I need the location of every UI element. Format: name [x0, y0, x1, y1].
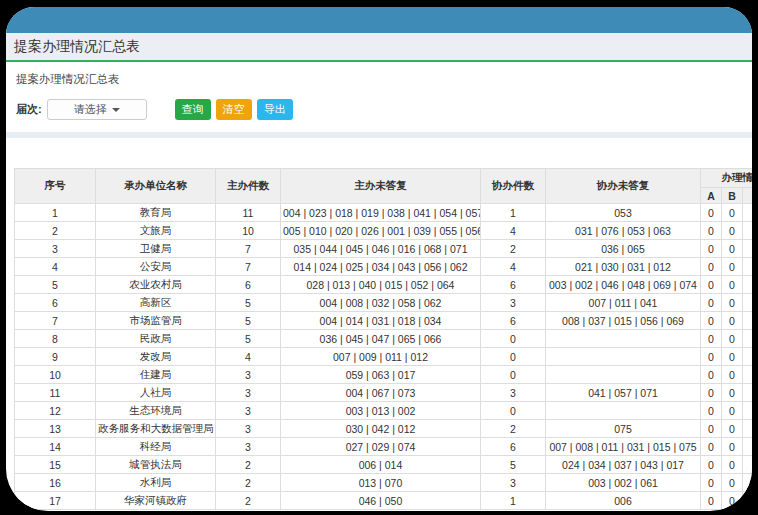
- cell-unit: 城管执法局: [96, 456, 216, 474]
- cell-co_count: 5: [481, 456, 546, 474]
- cell-main_count: 5: [216, 294, 281, 312]
- page-title: 提案办理情况汇总表: [6, 33, 752, 62]
- cell-unit: 市场监管局: [96, 312, 216, 330]
- table-row: 6高新区5004 | 008 | 032 | 058 | 0623007 | 0…: [15, 294, 753, 312]
- cell-main_count: 3: [216, 366, 281, 384]
- table-row: 11人社局3004 | 067 | 0733041 | 057 | 07100: [15, 384, 753, 402]
- cell-a: 0: [701, 240, 722, 258]
- cell-co_count: 2: [481, 240, 546, 258]
- cell-main_unanswered: 004 | 008 | 032 | 058 | 062: [281, 294, 481, 312]
- cell-a: 0: [701, 402, 722, 420]
- cell-index: 3: [15, 240, 96, 258]
- table-row: 15城管执法局2006 | 0145024 | 034 | 037 | 043 …: [15, 456, 753, 474]
- cell-b: 0: [722, 438, 743, 456]
- cell-unit: 政务服务和大数据管理局: [96, 420, 216, 438]
- cell-main_count: 4: [216, 348, 281, 366]
- cell-co_unanswered: 003 | 002 | 061: [546, 474, 701, 492]
- cell-co_unanswered: [546, 330, 701, 348]
- cell-main_count: 5: [216, 330, 281, 348]
- cell-a: 0: [701, 438, 722, 456]
- cell-unit: 公安局: [96, 258, 216, 276]
- cell-main_unanswered: 003 | 013 | 002: [281, 402, 481, 420]
- cell-a: 0: [701, 492, 722, 510]
- cell-a: 0: [701, 312, 722, 330]
- cell-co_unanswered: 031 | 076 | 053 | 063: [546, 222, 701, 240]
- panel-divider: [6, 132, 752, 138]
- cell-clipped: [743, 222, 753, 240]
- cell-unit: 生态环境局: [96, 402, 216, 420]
- table-header: 序号承办单位名称主办件数主办未答复协办件数协办未答复办理情况 AB: [15, 169, 753, 204]
- cell-unit: 文旅局: [96, 222, 216, 240]
- cell-a: 0: [701, 456, 722, 474]
- cell-main_unanswered: 036 | 045 | 047 | 065 | 066: [281, 330, 481, 348]
- cell-main_count: 6: [216, 276, 281, 294]
- col-header-index: 序号: [15, 169, 96, 204]
- cell-clipped: [743, 474, 753, 492]
- cell-co_unanswered: [546, 348, 701, 366]
- cell-main_unanswered: 013 | 070: [281, 474, 481, 492]
- cell-index: 7: [15, 312, 96, 330]
- clear-button[interactable]: 清空: [216, 99, 252, 120]
- cell-unit: 农业农村局: [96, 276, 216, 294]
- cell-index: 11: [15, 384, 96, 402]
- table-row: 8民政局5036 | 045 | 047 | 065 | 066000: [15, 330, 753, 348]
- cell-co_unanswered: 008 | 037 | 015 | 056 | 069: [546, 312, 701, 330]
- col-header-co_count: 协办件数: [481, 169, 546, 204]
- cell-main_count: 2: [216, 474, 281, 492]
- cell-co_count: 6: [481, 438, 546, 456]
- top-navbar: [6, 7, 752, 33]
- table-row: 16水利局2013 | 0703003 | 002 | 06100: [15, 474, 753, 492]
- cell-clipped: [743, 294, 753, 312]
- cell-clipped: [743, 204, 753, 222]
- cell-co_unanswered: 021 | 030 | 031 | 012: [546, 258, 701, 276]
- cell-co_count: 6: [481, 276, 546, 294]
- screen-background: 提案办理情况汇总表 提案办理情况汇总表 届次: 请选择 查询 清空 导出: [0, 0, 758, 515]
- cell-co_unanswered: 036 | 065: [546, 240, 701, 258]
- cell-unit: 科经局: [96, 438, 216, 456]
- cell-main_unanswered: 035 | 044 | 045 | 046 | 016 | 068 | 071: [281, 240, 481, 258]
- cell-main_unanswered: 007 | 009 | 011 | 012: [281, 348, 481, 366]
- cell-b: 0: [722, 420, 743, 438]
- cell-index: 9: [15, 348, 96, 366]
- panel-subtitle: 提案办理情况汇总表: [14, 70, 744, 99]
- cell-unit: 住建局: [96, 366, 216, 384]
- cell-clipped: [743, 456, 753, 474]
- table-row: 4公安局7014 | 024 | 025 | 034 | 043 | 056 |…: [15, 258, 753, 276]
- table-row: 5农业农村局6028 | 013 | 040 | 015 | 052 | 064…: [15, 276, 753, 294]
- table-row: 1教育局11004 | 023 | 018 | 019 | 038 | 041 …: [15, 204, 753, 222]
- cell-main_count: 2: [216, 456, 281, 474]
- cell-index: 13: [15, 420, 96, 438]
- summary-table: 序号承办单位名称主办件数主办未答复协办件数协办未答复办理情况 AB 1教育局11…: [14, 168, 752, 510]
- col-header-co_unanswered: 协办未答复: [546, 169, 701, 204]
- cell-b: 0: [722, 348, 743, 366]
- cell-a: 0: [701, 474, 722, 492]
- cell-index: 12: [15, 402, 96, 420]
- cell-unit: 民政局: [96, 330, 216, 348]
- cell-main_count: 11: [216, 204, 281, 222]
- table-row: 12生态环境局3003 | 013 | 002000: [15, 402, 753, 420]
- cell-clipped: [743, 420, 753, 438]
- cell-co_unanswered: 006: [546, 492, 701, 510]
- col-header-b: B: [722, 188, 743, 204]
- cell-main_count: 3: [216, 438, 281, 456]
- cell-co_unanswered: 007 | 008 | 011 | 031 | 015 | 075: [546, 438, 701, 456]
- cell-clipped: [743, 312, 753, 330]
- cell-unit: 发改局: [96, 348, 216, 366]
- cell-a: 0: [701, 294, 722, 312]
- cell-co_count: 1: [481, 204, 546, 222]
- export-button[interactable]: 导出: [257, 99, 293, 120]
- cell-clipped: [743, 348, 753, 366]
- session-select[interactable]: 请选择: [47, 99, 147, 120]
- app-window: 提案办理情况汇总表 提案办理情况汇总表 届次: 请选择 查询 清空 导出: [6, 7, 752, 511]
- cell-a: 0: [701, 330, 722, 348]
- cell-b: 0: [722, 312, 743, 330]
- cell-a: 0: [701, 258, 722, 276]
- cell-main_count: 3: [216, 384, 281, 402]
- cell-main_count: 7: [216, 258, 281, 276]
- query-button[interactable]: 查询: [175, 99, 211, 120]
- col-group-handling-status: 办理情况: [701, 169, 753, 188]
- cell-main_unanswered: 004 | 023 | 018 | 019 | 038 | 041 | 054 …: [281, 204, 481, 222]
- cell-b: 0: [722, 294, 743, 312]
- cell-main_unanswered: 004 | 067 | 073: [281, 384, 481, 402]
- cell-clipped: [743, 258, 753, 276]
